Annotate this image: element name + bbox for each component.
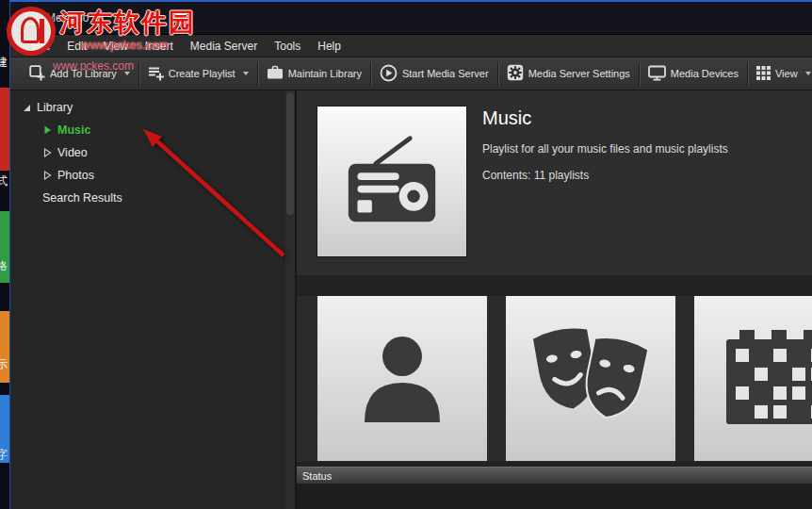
strip-char: 建 [0, 57, 8, 69]
view-button[interactable]: View [751, 60, 812, 87]
maintain-library-label: Maintain Library [288, 68, 362, 79]
grid-view-icon [756, 66, 771, 82]
media-devices-label: Media Devices [671, 68, 739, 79]
menu-item-tools[interactable]: Tools [266, 35, 309, 57]
window-title: Mezzmo [46, 11, 89, 25]
menu-item-help[interactable]: Help [309, 35, 349, 57]
theater-masks-icon [525, 322, 657, 435]
strip-red-block [0, 88, 9, 171]
background-page-strip: 建 式 格 示 字 [0, 0, 9, 509]
music-hero-tile[interactable] [317, 107, 466, 256]
content-pane: Music Playlist for all your music files … [297, 90, 812, 509]
page-title: Music [482, 107, 531, 129]
tile-masks[interactable] [506, 296, 675, 461]
sidebar-item-music[interactable]: Music [10, 119, 295, 141]
menu-item-view[interactable]: View [95, 35, 137, 57]
playlist-tiles-row [297, 296, 812, 462]
strip-char: 字 [0, 449, 8, 461]
music-label: Music [57, 123, 90, 137]
status-detail-panel [297, 484, 812, 509]
monitor-icon [648, 65, 666, 83]
toolbar-separator [370, 62, 371, 86]
status-label: Status [302, 470, 332, 482]
menu-item-media-server[interactable]: Media Server [182, 35, 266, 57]
sidebar-item-library[interactable]: Library [10, 96, 295, 119]
tree-collapsed-icon[interactable] [42, 148, 52, 157]
toolbar-separator [639, 62, 640, 86]
start-media-server-button[interactable]: Start Media Server [374, 60, 495, 87]
chevron-down-icon[interactable] [243, 72, 249, 75]
tree-collapsed-icon[interactable] [42, 171, 52, 180]
create-playlist-button[interactable]: Create Playlist [142, 60, 254, 87]
menu-item-insert[interactable]: Insert [137, 35, 182, 57]
chevron-down-icon[interactable] [805, 72, 811, 75]
sidebar-item-search-results[interactable]: Search Results [10, 187, 295, 209]
video-label: Video [57, 146, 88, 159]
sidebar-scrollbar-thumb[interactable] [286, 92, 294, 215]
title-bar[interactable]: Mezzmo [10, 2, 812, 34]
strip-char: 格 [0, 260, 8, 272]
strip-char: 式 [0, 175, 8, 188]
gear-icon [507, 64, 524, 83]
add-to-library-icon [29, 65, 45, 83]
toolbar: Add To Library Create Playlist Maintain … [10, 57, 812, 90]
toolbar-separator [257, 62, 258, 86]
status-bar: Status [297, 467, 812, 484]
add-to-library-label: Add To Library [50, 68, 117, 79]
start-media-server-label: Start Media Server [402, 68, 489, 79]
create-playlist-icon [148, 65, 164, 83]
radio-icon [343, 133, 441, 231]
maintain-library-button[interactable]: Maintain Library [261, 60, 367, 87]
toolbar-separator [138, 62, 139, 86]
tree-expanded-icon[interactable] [22, 104, 31, 112]
media-server-settings-label: Media Server Settings [528, 68, 630, 79]
tree-collapsed-icon[interactable] [42, 125, 52, 135]
media-devices-button[interactable]: Media Devices [642, 60, 744, 87]
menu-item-file[interactable]: File [24, 35, 58, 57]
add-to-library-button[interactable]: Add To Library [24, 60, 136, 87]
menu-item-edit[interactable]: Edit [58, 35, 95, 57]
toolbar-separator [747, 62, 748, 86]
strip-orange-block [0, 311, 9, 383]
tile-person[interactable] [317, 296, 487, 461]
media-server-settings-button[interactable]: Media Server Settings [501, 60, 636, 87]
app-window: Mezzmo File Edit View Insert Media Serve… [9, 0, 812, 509]
photos-label: Photos [57, 169, 94, 182]
sidebar-item-video[interactable]: Video [10, 141, 295, 164]
contents-count: Contents: 11 playlists [482, 169, 589, 182]
screen: 建 式 格 示 字 Mezzmo File Edit View Insert M… [0, 0, 812, 509]
search-results-label: Search Results [42, 191, 122, 205]
sidebar-item-photos[interactable]: Photos [10, 164, 295, 187]
menu-bar: File Edit View Insert Media Server Tools… [10, 34, 812, 57]
calendar-icon [721, 325, 812, 433]
library-label: Library [37, 101, 73, 114]
view-label: View [775, 68, 798, 79]
playlist-description: Playlist for all your music files and mu… [482, 142, 728, 156]
strip-char: 示 [0, 358, 8, 370]
create-playlist-label: Create Playlist [169, 68, 235, 79]
app-icon [25, 12, 38, 25]
play-circle-icon [380, 64, 398, 84]
library-tree: Library Music Video [10, 90, 297, 509]
music-header-panel: Music Playlist for all your music files … [297, 90, 812, 275]
sidebar-scrollbar[interactable] [285, 90, 295, 509]
chevron-down-icon[interactable] [124, 72, 130, 75]
toolbar-separator [497, 62, 498, 86]
briefcase-icon [267, 65, 284, 82]
tile-calendar[interactable] [694, 296, 812, 461]
person-icon [351, 325, 453, 433]
